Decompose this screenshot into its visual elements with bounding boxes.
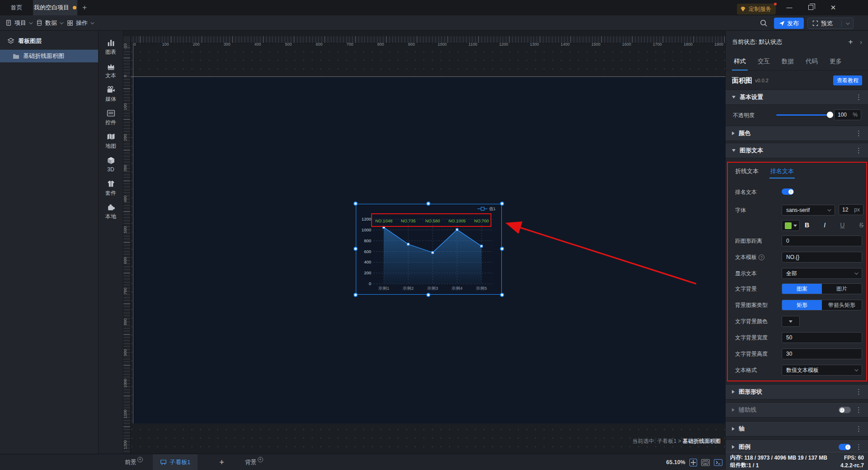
resize-handle-sw[interactable] — [354, 293, 358, 297]
option-rectangle[interactable]: 矩形 — [782, 300, 822, 310]
tab-rank-text[interactable]: 排名文本 — [770, 167, 794, 175]
tab-code[interactable]: 代码 — [806, 57, 818, 66]
resize-handle-se[interactable] — [500, 293, 504, 297]
option-arrow-rectangle[interactable]: 带箭头矩形 — [822, 300, 862, 310]
toolbar-item-label: 套件 — [105, 189, 116, 197]
legend-toggle[interactable] — [839, 444, 851, 450]
app-window: 首页 我的空白项目 + 定制服务 — ✕ 项目 — [0, 0, 868, 470]
option-pattern[interactable]: 图案 — [782, 284, 822, 294]
section-graph-text[interactable]: 图形文本 ⋮ — [726, 143, 868, 158]
annotation-red-outline: 折线文本 排名文本 排名文本 字体 sans-serif 12 px — [727, 162, 867, 381]
tab-project[interactable]: 我的空白项目 — [33, 0, 77, 15]
toolbar-item-widgets[interactable]: 控件 — [99, 106, 123, 129]
kebab-menu-icon[interactable]: ⋮ — [855, 146, 862, 155]
opacity-slider-knob[interactable] — [827, 112, 833, 118]
toolbar-item-charts[interactable]: 图表 — [99, 35, 123, 59]
close-button[interactable]: ✕ — [829, 4, 837, 12]
font-size-input[interactable]: 12 px — [839, 204, 863, 215]
new-tab-button[interactable]: + — [80, 4, 89, 12]
maximize-button[interactable] — [808, 5, 813, 10]
resize-handle-e[interactable] — [500, 247, 504, 251]
bg-width-input[interactable]: 50 — [782, 332, 862, 343]
minimize-button[interactable]: — — [785, 4, 793, 12]
custom-service-badge[interactable]: 定制服务 — [737, 4, 776, 14]
toolbar-item-label: 地图 — [105, 142, 116, 150]
italic-button[interactable]: I — [824, 221, 826, 229]
subboard-tab[interactable]: 子看板1 — [153, 454, 198, 470]
annotation-red-box — [371, 213, 491, 227]
template-input[interactable]: NO.{} — [782, 252, 862, 263]
tab-more[interactable]: 更多 — [830, 57, 842, 66]
section-basic-settings[interactable]: 基本设置 ⋮ — [726, 89, 868, 105]
foreground-button[interactable]: 前景 + — [125, 458, 143, 466]
toolbar-item-map[interactable]: 地图 — [99, 129, 123, 153]
preview-button[interactable]: 预览 — [807, 18, 854, 29]
section-axis[interactable]: 轴 ⋮ — [726, 421, 868, 437]
menu-operation[interactable]: 操作 — [67, 15, 93, 30]
bold-button[interactable]: B — [805, 221, 809, 229]
kebab-menu-icon[interactable]: ⋮ — [855, 406, 862, 414]
text-format-select[interactable]: 数值文本模板 — [782, 365, 862, 376]
kebab-menu-icon[interactable]: ⋮ — [855, 425, 862, 433]
bg-color-picker[interactable] — [782, 316, 800, 327]
tab-line-text[interactable]: 折线文本 — [735, 167, 759, 175]
resize-handle-w[interactable] — [354, 247, 358, 251]
svg-text:示例1: 示例1 — [378, 286, 389, 291]
kebab-menu-icon[interactable]: ⋮ — [855, 93, 862, 101]
strikethrough-button[interactable]: S — [859, 221, 863, 229]
opacity-row: 不透明度 100 % — [726, 109, 868, 121]
font-family-select[interactable]: sans-serif — [782, 205, 835, 216]
toolbar-item-kit[interactable]: 套件 — [99, 176, 123, 200]
toolbar-item-3d[interactable]: 3D — [99, 153, 123, 176]
menu-project[interactable]: 项目 — [5, 15, 32, 30]
publish-button[interactable]: 发布 — [774, 18, 804, 29]
memory-label: 内存: — [730, 454, 743, 461]
bg-type-segmented: 矩形 带箭头矩形 — [782, 300, 862, 310]
console-icon[interactable] — [714, 459, 722, 466]
keyboard-shortcuts-icon[interactable] — [701, 459, 710, 466]
editor-canvas[interactable]: 0100200300400500600700800900100011001200… — [123, 31, 725, 454]
guide-lines-toggle[interactable] — [839, 407, 851, 413]
resize-handle-nw[interactable] — [354, 202, 358, 206]
add-foreground-icon[interactable]: + — [137, 457, 143, 462]
expand-states-chevron[interactable]: › — [860, 38, 862, 46]
fit-to-screen-icon[interactable] — [689, 459, 697, 466]
toolbar-item-media[interactable]: 媒体 — [99, 82, 123, 106]
resize-handle-n[interactable] — [426, 202, 430, 206]
view-tutorial-button[interactable]: 查看教程 — [833, 75, 862, 85]
add-state-button[interactable]: + — [848, 38, 853, 47]
font-color-picker[interactable] — [782, 220, 800, 231]
bg-height-input[interactable]: 30 — [782, 348, 862, 359]
search-icon[interactable] — [760, 19, 768, 27]
rank-text-toggle[interactable] — [782, 188, 794, 195]
section-guide-lines[interactable]: 辅助线 ⋮ — [726, 402, 868, 418]
option-image[interactable]: 图片 — [822, 284, 862, 294]
display-text-select[interactable]: 全部 — [782, 268, 862, 279]
opacity-slider[interactable] — [776, 114, 830, 116]
tab-home[interactable]: 首页 — [0, 0, 33, 15]
tab-interaction[interactable]: 交互 — [758, 57, 770, 66]
distance-input[interactable]: 0 — [782, 235, 862, 246]
zoom-level[interactable]: 65.10% — [666, 459, 685, 465]
kebab-menu-icon[interactable]: ⋮ — [855, 388, 862, 396]
svg-text:1000: 1000 — [362, 227, 371, 232]
resize-handle-ne[interactable] — [500, 202, 504, 206]
add-background-icon[interactable]: + — [258, 457, 263, 462]
section-graph-shape[interactable]: 图形形状 ⋮ — [726, 384, 868, 400]
section-color[interactable]: 颜色 ⋮ — [726, 126, 868, 141]
layer-item-selected[interactable]: 基础折线面积图 — [0, 50, 98, 62]
background-button[interactable]: 背景 + — [245, 458, 263, 466]
kebab-menu-icon[interactable]: ⋮ — [855, 443, 862, 451]
add-board-button[interactable]: + — [219, 458, 224, 467]
underline-button[interactable]: U — [840, 221, 844, 229]
publish-label: 发布 — [787, 19, 799, 28]
tab-style[interactable]: 样式 — [734, 57, 746, 66]
kebab-menu-icon[interactable]: ⋮ — [855, 129, 862, 137]
resize-handle-s[interactable] — [426, 293, 430, 297]
help-icon[interactable]: ? — [759, 254, 764, 260]
toolbar-item-local[interactable]: 本地 — [99, 200, 123, 223]
toolbar-item-text[interactable]: 文本 — [99, 59, 123, 82]
opacity-input[interactable]: 100 % — [834, 109, 861, 120]
menu-data[interactable]: 数据 — [36, 15, 62, 30]
tab-data[interactable]: 数据 — [782, 57, 794, 66]
